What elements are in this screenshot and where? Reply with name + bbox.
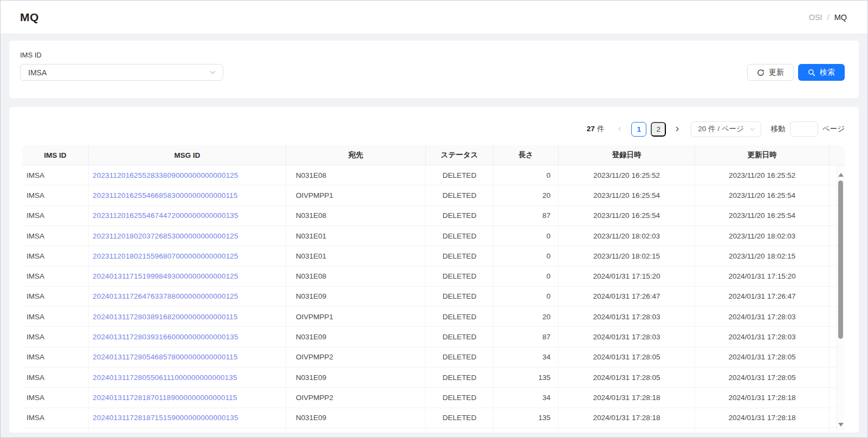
- msg-id-link[interactable]: 20240131172803891682000000000000115: [93, 313, 238, 321]
- table-row: IMSA 20231120162554668583000000000000115…: [22, 185, 845, 205]
- cell-length: 34: [494, 388, 559, 407]
- cell-updated-at: 2024/01/31 17:28:03: [695, 307, 830, 326]
- cell-destination: N031E01: [286, 246, 426, 266]
- cell-updated-at: 2024/01/31 17:28:05: [695, 368, 830, 387]
- cell-ims-id: IMSA: [22, 287, 89, 306]
- cell-length: 0: [494, 266, 559, 286]
- page-title: MQ: [20, 11, 39, 24]
- filter-row: IMSA 更新: [20, 64, 845, 81]
- refresh-button-label: 更新: [769, 68, 784, 78]
- page-size-select[interactable]: 20 件 / ページ: [691, 121, 761, 137]
- cell-destination: N031E08: [286, 266, 426, 286]
- cell-registered-at: 2024/01/31 17:28:03: [559, 307, 695, 326]
- table-row: IMSA 20240131172818701189000000000000115…: [22, 388, 845, 408]
- search-button-label: 検索: [820, 68, 835, 78]
- cell-msg-id: 20240131172803891682000000000000115: [89, 307, 286, 326]
- cell-updated-at: 2023/11/20 16:25:54: [695, 185, 830, 205]
- msg-id-link[interactable]: 20231120180203726853000000000000125: [93, 232, 238, 240]
- breadcrumb: OSI / MQ: [809, 13, 847, 22]
- prev-page-button[interactable]: [613, 122, 627, 137]
- scrollbar-up-arrow-icon[interactable]: [838, 173, 844, 177]
- cell-msg-id: 20240131172803931660000000000000135: [89, 327, 286, 346]
- refresh-button[interactable]: 更新: [747, 64, 794, 81]
- cell-msg-id: 20240131172647633788000000000000125: [89, 287, 286, 306]
- cell-msg-id: 20240131171519998493000000000000125: [89, 266, 286, 286]
- cell-status: DELETED: [426, 266, 494, 286]
- column-header-registered-at: 登録日時: [559, 145, 695, 165]
- search-button[interactable]: 検索: [798, 64, 845, 81]
- msg-id-link[interactable]: 20240131172805468578000000000000115: [93, 353, 238, 361]
- table-row: IMSA 20231120180215596807000000000000125…: [22, 246, 845, 266]
- app-window: MQ OSI / MQ IMS ID IMSA: [0, 0, 868, 438]
- results-panel: 27件 1 2 20 件 / ページ: [9, 107, 859, 433]
- msg-id-link[interactable]: 20240131172647633788000000000000125: [93, 292, 238, 300]
- scrollbar-down-arrow-icon[interactable]: [838, 423, 844, 427]
- breadcrumb-parent-link[interactable]: OSI: [809, 13, 822, 22]
- cell-msg-id: 20240131172805468578000000000000115: [89, 347, 286, 367]
- cell-registered-at: 2024/01/31 17:28:03: [559, 327, 695, 346]
- cell-msg-id: 20231120162554674472000000000000135: [89, 206, 286, 226]
- cell-destination: N031E09: [286, 327, 426, 346]
- column-header-destination: 宛先: [286, 145, 426, 165]
- vertical-scrollbar[interactable]: [837, 165, 844, 431]
- cell-status: DELETED: [426, 327, 494, 346]
- cell-registered-at: 2024/01/31 17:26:47: [559, 287, 695, 306]
- cell-ims-id: IMSA: [22, 185, 89, 205]
- cell-updated-at: 2024/01/31 17:28:18: [695, 388, 830, 407]
- total-count-unit: 件: [597, 125, 605, 133]
- cell-registered-at: 2024/01/31 17:28:05: [559, 347, 695, 367]
- ims-id-label: IMS ID: [20, 51, 845, 59]
- table-row: IMSA 20240131171519998493000000000000125…: [22, 266, 845, 286]
- cell-ims-id: IMSA: [22, 307, 89, 326]
- pagination: 27件 1 2 20 件 / ページ: [22, 121, 845, 137]
- cell-updated-at: 2024/01/31 17:28:05: [695, 347, 830, 367]
- column-header-ims-id: IMS ID: [22, 145, 89, 165]
- chevron-left-icon: [617, 126, 623, 132]
- chevron-right-icon: [674, 126, 681, 132]
- msg-id-link[interactable]: 20240131171519998493000000000000125: [93, 272, 238, 280]
- goto-page-input[interactable]: [790, 121, 818, 137]
- scrollbar-thumb[interactable]: [838, 181, 843, 339]
- table-row: IMSA 20240131172803891682000000000000115…: [22, 307, 845, 327]
- cell-status: DELETED: [426, 307, 494, 326]
- next-page-button[interactable]: [670, 122, 684, 137]
- ims-id-selected-value: IMSA: [28, 68, 47, 77]
- msg-id-link[interactable]: 20240131172803931660000000000000135: [93, 333, 238, 341]
- page-button-1[interactable]: 1: [631, 122, 646, 137]
- msg-id-link[interactable]: 20240131172818701189000000000000115: [93, 394, 237, 402]
- cell-updated-at: 2024/01/31 17:28:03: [695, 327, 830, 346]
- breadcrumb-current: MQ: [834, 13, 847, 22]
- cell-updated-at: 2024/01/31 17:15:20: [695, 266, 830, 286]
- cell-length: 0: [494, 287, 559, 306]
- msg-id-link[interactable]: 20231120162552833809000000000000125: [93, 171, 238, 179]
- cell-ims-id: IMSA: [22, 388, 89, 407]
- table-row: IMSA 20240131172805506111000000000000135…: [22, 368, 845, 388]
- cell-ims-id: IMSA: [22, 246, 89, 266]
- cell-registered-at: 2024/01/31 17:28:18: [559, 388, 695, 407]
- cell-destination: OIVPMPP1: [286, 185, 426, 205]
- top-bar: MQ OSI / MQ: [1, 1, 867, 34]
- mq-table: IMS ID MSG ID 宛先 ステータス 長さ 登録日時 更新日時 IMSA…: [22, 145, 845, 431]
- page-button-2[interactable]: 2: [651, 122, 666, 137]
- table-row: IMSA 20240131172818715159000000000000135…: [22, 408, 845, 428]
- msg-id-link[interactable]: 20231120162554674472000000000000135: [93, 211, 238, 220]
- msg-id-link[interactable]: 20231120162554668583000000000000115: [93, 191, 238, 199]
- ims-id-select[interactable]: IMSA: [20, 64, 223, 81]
- cell-status: DELETED: [426, 246, 494, 266]
- cell-destination: OIVPMPP1: [286, 307, 426, 326]
- cell-length: 87: [494, 327, 559, 346]
- cell-updated-at: 2023/11/20 16:25:52: [695, 165, 830, 185]
- cell-length: 20: [494, 185, 559, 205]
- table-row: IMSA 20240131172647633788000000000000125…: [22, 287, 845, 307]
- cell-destination: N031E01: [286, 226, 426, 246]
- cell-updated-at: 2024/01/31 17:26:47: [695, 287, 830, 306]
- table-row: IMSA 20231120162552833809000000000000125…: [22, 165, 845, 185]
- cell-destination: N031E09: [286, 287, 426, 306]
- cell-msg-id: 20231120162552833809000000000000125: [89, 165, 286, 185]
- cell-registered-at: 2023/11/20 16:25:54: [559, 185, 695, 205]
- msg-id-link[interactable]: 20240131172818715159000000000000135: [93, 414, 238, 422]
- msg-id-link[interactable]: 20240131172805506111000000000000135: [93, 373, 237, 382]
- cell-length: 0: [494, 246, 559, 266]
- cell-ims-id: IMSA: [22, 408, 89, 428]
- msg-id-link[interactable]: 20231120180215596807000000000000125: [93, 252, 238, 260]
